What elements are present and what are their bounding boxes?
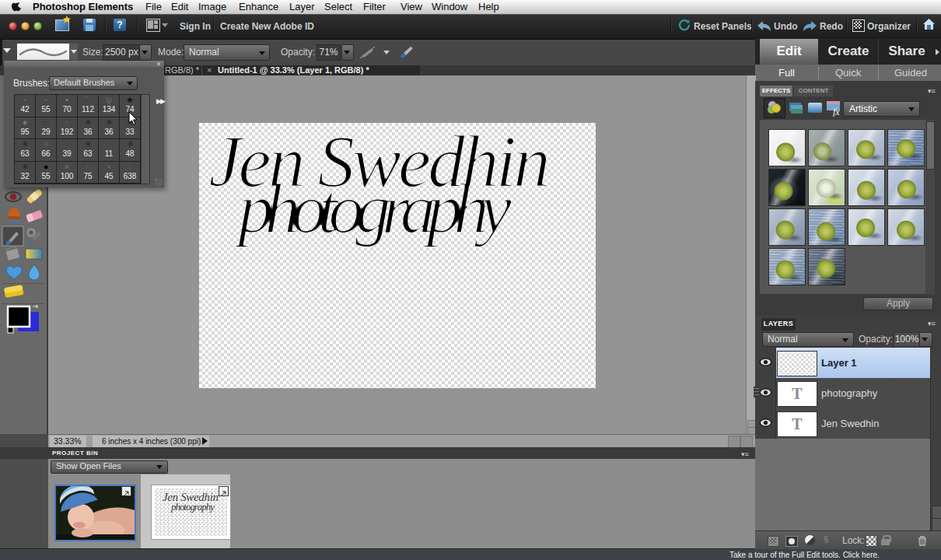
- svg-text:fx: fx: [833, 107, 840, 117]
- svg-text:photography: photography: [170, 501, 215, 513]
- svg-text:photography: photography: [233, 169, 512, 248]
